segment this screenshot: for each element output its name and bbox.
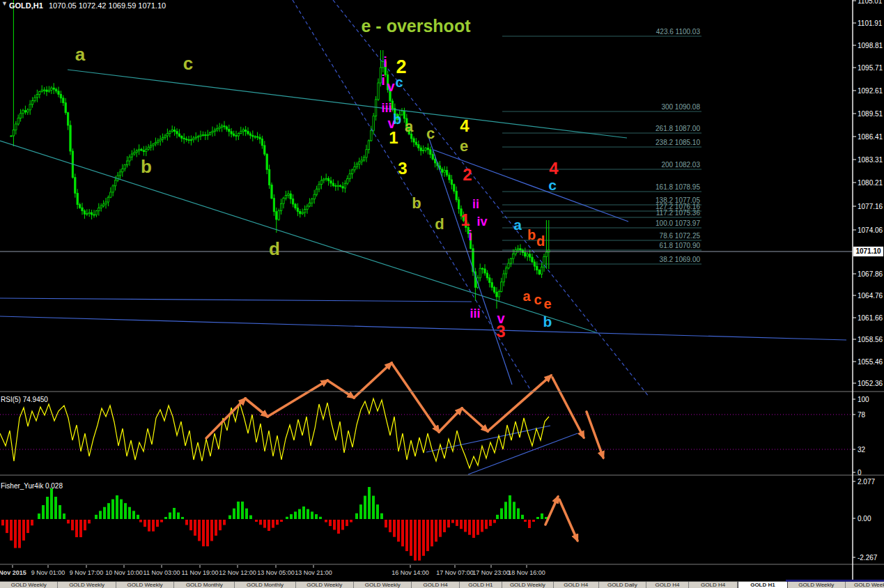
wave-label-c[interactable]: c — [548, 178, 557, 192]
symbol-period: GOLD,H1 — [9, 1, 43, 10]
price-axis-label: 1061.66 — [858, 314, 883, 322]
current-price-box: 1071.10 — [853, 247, 883, 256]
wave-label-v[interactable]: v — [387, 79, 394, 93]
wave-label-iii[interactable]: iii — [470, 307, 480, 320]
wave-label-d[interactable]: d — [536, 234, 545, 248]
fib-level-label: 423.6 1100.03 — [656, 28, 700, 36]
time-axis-label: 9 Nov 17:00 — [70, 569, 104, 576]
fisher-scale-label: 2.077 — [858, 478, 875, 486]
fisher-scale-label: -2.267 — [858, 554, 877, 562]
chart-tab[interactable]: GOLD Daily — [599, 582, 646, 588]
rsi-scale-label: 100 — [858, 396, 869, 403]
wave-label-a[interactable]: a — [522, 289, 530, 303]
ohlc-values: 1070.05 1072.42 1069.59 1071.10 — [49, 1, 166, 10]
price-axis-label: 1092.61 — [858, 87, 883, 95]
wave-label-1[interactable]: 1 — [460, 212, 470, 229]
price-axis-label: 1083.31 — [858, 156, 883, 164]
chart-tab[interactable]: GOLD Weekly — [502, 582, 554, 588]
fisher-label: Fisher_Yur4ik 0.028 — [1, 482, 63, 490]
wave-label-i[interactable]: i — [468, 229, 472, 242]
trendlines[interactable] — [0, 0, 853, 474]
wave-label-2[interactable]: 2 — [396, 58, 406, 77]
wave-label-b[interactable]: b — [393, 112, 401, 126]
time-axis-label: 9 Nov 01:00 — [31, 569, 65, 576]
time-axis-label: Nov 2015 — [0, 569, 26, 576]
wave-label-e[interactable]: e — [460, 139, 468, 154]
wave-label-c[interactable]: c — [534, 293, 541, 307]
panel-separators — [0, 0, 884, 580]
price-axis-label: 1095.71 — [858, 64, 883, 72]
window-edge-strip — [786, 580, 884, 582]
rsi-indicator — [0, 399, 853, 468]
wave-label-iv[interactable]: iv — [476, 215, 487, 228]
wave-label-b[interactable]: b — [527, 228, 536, 242]
chart-tab-bar[interactable]: GOLD WeeklyGOLD WeeklyGOLD WeeklyGOLD Mo… — [0, 581, 884, 588]
arrow-annotations[interactable] — [206, 363, 603, 541]
price-axis-label: 1089.51 — [858, 110, 883, 118]
chart-tab[interactable]: GOLD Weekly — [58, 582, 116, 588]
chart-tab[interactable]: GOLD Monthly — [174, 582, 235, 588]
fib-level-label: 261.8 1087.00 — [656, 125, 700, 132]
wave-label-c[interactable]: c — [426, 126, 435, 141]
fib-level-label: 300 1090.08 — [661, 103, 700, 111]
wave-label-4[interactable]: 4 — [460, 118, 469, 134]
price-axis-label: 1077.16 — [858, 203, 883, 210]
mt4-chart-window[interactable]: ▼ GOLD,H11070.05 1072.42 1069.59 1071.10… — [0, 0, 884, 588]
fib-level-label: 38.2 1069.00 — [660, 256, 700, 263]
time-axis-label: 11 Nov 03:00 — [144, 569, 180, 576]
wave-label-3[interactable]: 3 — [398, 160, 407, 177]
wave-label-b[interactable]: b — [141, 157, 152, 176]
wave-label-b[interactable]: b — [412, 196, 421, 211]
wave-label-2[interactable]: 2 — [463, 167, 472, 183]
wave-label-c[interactable]: c — [395, 75, 403, 89]
fisher-indicator — [1, 487, 548, 561]
wave-label-4[interactable]: 4 — [549, 160, 558, 177]
wave-label-i[interactable]: i — [381, 73, 385, 87]
time-axis-label: 18 Nov 16:00 — [508, 569, 545, 576]
price-axis-label: 1058.56 — [858, 336, 883, 343]
chart-tab[interactable]: GOLD Weekly — [788, 582, 846, 588]
wave-label-a[interactable]: a — [75, 45, 85, 63]
chart-marker-icon: ▼ — [1, 0, 8, 7]
chart-tab[interactable]: GOLD Monthly — [235, 582, 295, 588]
time-axis-label: 17 Nov 23:00 — [472, 569, 510, 576]
chart-tab[interactable]: GOLD Weekly — [296, 582, 354, 588]
fisher-scale-label: 0.00 — [858, 515, 871, 523]
time-axis-label: 13 Nov 05:00 — [257, 569, 295, 576]
wave-label-a[interactable]: a — [513, 217, 522, 232]
chart-tab[interactable]: GOLD Weekly — [846, 582, 884, 588]
price-axis-label: 1064.76 — [858, 292, 883, 300]
wave-label-ii[interactable]: ii — [472, 198, 479, 210]
wave-label-iii[interactable]: iii — [381, 102, 391, 114]
chart-tab[interactable]: GOLD H4 — [554, 582, 599, 588]
wave-label-a[interactable]: a — [405, 119, 413, 134]
rsi-scale-label: 32 — [858, 446, 865, 454]
chart-tab[interactable]: GOLD H4 — [646, 582, 689, 588]
time-axis-label: 10 Nov 10:00 — [105, 569, 143, 576]
rsi-scale-label: 78 — [858, 411, 865, 419]
time-axis-label: 16 Nov 14:00 — [391, 569, 429, 576]
chart-tab[interactable]: GOLD Weekly — [354, 582, 412, 588]
price-axis-label: 1098.81 — [858, 42, 883, 49]
chart-tab-active[interactable]: GOLD H1 — [738, 582, 787, 588]
wave-label-e[interactable]: e — [543, 297, 551, 311]
wave-label-b[interactable]: b — [543, 314, 552, 329]
chart-tab[interactable]: GOLD Weekly — [0, 582, 58, 588]
price-axis-label: 1074.06 — [858, 226, 883, 234]
wave-label-d[interactable]: d — [269, 240, 280, 258]
chart-tab[interactable]: GOLD H4 — [412, 582, 459, 588]
rsi-scale-label: 0 — [858, 469, 862, 477]
wave-label-c[interactable]: c — [183, 54, 193, 72]
price-axis-label: 1086.41 — [858, 133, 883, 141]
chart-tab[interactable]: GOLD H1 — [460, 582, 502, 588]
wave-label-1[interactable]: 1 — [389, 130, 398, 146]
chart-tab[interactable]: GOLD Weekly — [116, 582, 174, 588]
wave-label-3[interactable]: 3 — [496, 323, 505, 340]
price-axis-label: 1055.46 — [858, 358, 883, 366]
wave-label-d[interactable]: d — [435, 217, 444, 232]
wave-label-i[interactable]: i — [383, 55, 387, 69]
fib-level-label: 78.6 1072.25 — [660, 232, 700, 240]
chart-canvas[interactable] — [0, 0, 884, 588]
overshoot-note[interactable]: e - overshoot — [362, 16, 471, 36]
chart-tab[interactable]: GOLD H4 — [689, 582, 738, 588]
